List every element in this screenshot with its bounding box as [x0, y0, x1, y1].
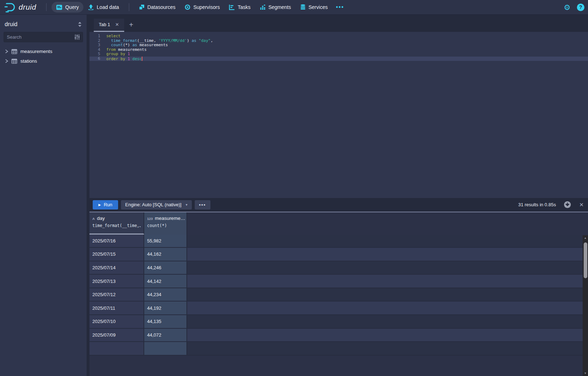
measurements-cell[interactable]: 44,135: [144, 315, 187, 328]
chevron-right-icon[interactable]: [5, 49, 8, 53]
nav-divider: [129, 3, 129, 11]
day-cell[interactable]: 2025/07/16: [89, 235, 144, 247]
table-row[interactable]: 2025/07/1655,982: [89, 235, 588, 248]
tab-label: Tab 1: [99, 22, 110, 27]
table-row[interactable]: 2025/07/1244,234: [89, 288, 588, 302]
day-cell[interactable]: 2025/07/14: [89, 261, 144, 274]
scroll-up-icon[interactable]: ▲: [584, 235, 587, 241]
day-cell[interactable]: 2025/07/09: [89, 329, 144, 342]
code-line: 4from measurements: [89, 48, 588, 52]
close-results-icon[interactable]: ✕: [579, 202, 584, 208]
table-row[interactable]: 2025/07/1044,135: [89, 315, 588, 329]
code-line: 6order by 1 desc: [89, 57, 588, 61]
day-cell[interactable]: 2025/07/15: [89, 248, 144, 261]
row-filler: [187, 315, 588, 328]
line-number: 6: [89, 57, 100, 61]
database-icon: [300, 4, 306, 10]
line-number: 5: [89, 52, 100, 57]
row-filler: [187, 288, 588, 301]
tab-close-icon[interactable]: ✕: [115, 22, 119, 27]
table-row[interactable]: 2025/07/1344,142: [89, 275, 588, 288]
day-cell[interactable]: 2025/07/12: [89, 288, 144, 301]
table-row[interactable]: [89, 342, 588, 356]
tree-item-stations[interactable]: stations: [4, 56, 83, 66]
row-filler: [187, 302, 588, 314]
console-icon: [56, 5, 62, 10]
code-lines: 1select2 time_format(__time, 'YYYY/MM/dd…: [89, 34, 588, 61]
schema-sidebar: druid: [0, 15, 87, 376]
row-filler: [187, 261, 588, 274]
day-cell[interactable]: 2025/07/13: [89, 275, 144, 288]
nav-item-label: Query: [65, 4, 79, 10]
scrollbar-track[interactable]: [583, 241, 588, 371]
nav-item-datasources[interactable]: Datasources: [134, 2, 180, 13]
day-cell[interactable]: 2025/07/11: [89, 302, 144, 314]
gear-icon[interactable]: ⚙: [564, 4, 570, 11]
new-tab-button[interactable]: +: [124, 19, 139, 32]
column-header-measurements[interactable]: 123 measureme… count(*): [144, 212, 187, 235]
table-name: measurements: [20, 49, 52, 54]
measurements-cell[interactable]: 44,162: [144, 248, 187, 261]
measurements-cell[interactable]: 44,192: [144, 302, 187, 314]
double-caret-icon: [78, 22, 82, 27]
druid-logo[interactable]: druid: [4, 2, 36, 13]
text-cursor: [142, 57, 142, 61]
schema-selector[interactable]: druid: [4, 19, 83, 32]
nav-item-label: Supervisors: [193, 4, 220, 10]
nav-item-services[interactable]: Services: [296, 2, 332, 13]
table-icon: [11, 59, 17, 64]
code-line: 3 count(*) as measurements: [89, 43, 588, 48]
download-icon[interactable]: [564, 201, 571, 208]
measurements-cell[interactable]: 55,982: [144, 235, 187, 247]
query-more-button[interactable]: •••: [195, 200, 210, 209]
engine-label: Engine: Auto [SQL (native)]: [125, 202, 181, 207]
stacked-chart-icon: [260, 4, 266, 10]
table-row[interactable]: 2025/07/1444,246: [89, 261, 588, 275]
top-nav: druid Query Load data Datasources Superv…: [0, 0, 588, 15]
measurements-cell[interactable]: 44,142: [144, 275, 187, 288]
help-icon[interactable]: ?: [577, 4, 584, 11]
line-number: 1: [89, 34, 100, 39]
results-scrollbar[interactable]: ▲ ▼: [583, 235, 588, 376]
datasources-icon: [139, 4, 145, 10]
sql-editor[interactable]: 1select2 time_format(__time, 'YYYY/MM/dd…: [89, 32, 588, 198]
filter-sliders-icon[interactable]: [74, 34, 80, 40]
table-name: stations: [20, 58, 37, 64]
scrollbar-thumb[interactable]: [584, 242, 587, 278]
row-filler: [187, 248, 588, 261]
nav-more-button[interactable]: •••: [332, 3, 348, 12]
tab-1[interactable]: Tab 1 ✕: [94, 19, 124, 32]
nav-item-supervisors[interactable]: Supervisors: [180, 2, 224, 13]
tab-bar: Tab 1 ✕ +: [89, 15, 588, 32]
day-cell[interactable]: 2025/07/10: [89, 315, 144, 328]
nav-item-query[interactable]: Query: [52, 2, 83, 13]
tree-item-measurements[interactable]: measurements: [4, 47, 83, 56]
nav-item-load-data[interactable]: Load data: [83, 2, 123, 13]
brand-name: druid: [19, 3, 36, 11]
table-row[interactable]: 2025/07/1544,162: [89, 248, 588, 261]
measurements-cell[interactable]: 44,246: [144, 261, 187, 274]
search-box: [4, 32, 83, 42]
engine-dropdown[interactable]: Engine: Auto [SQL (native)] ▾: [121, 200, 192, 209]
chevron-right-icon[interactable]: [5, 59, 8, 63]
search-input[interactable]: [7, 34, 74, 40]
nav-item-segments[interactable]: Segments: [255, 2, 296, 13]
column-header-day[interactable]: A day time_format(__time,…: [89, 212, 144, 235]
measurements-cell[interactable]: 44,072: [144, 329, 187, 342]
nav-item-tasks[interactable]: Tasks: [224, 2, 255, 13]
row-filler: [187, 275, 588, 288]
upload-icon: [88, 4, 94, 10]
results-summary: 31 results in 0.85s: [518, 202, 556, 207]
table-row[interactable]: 2025/07/1144,192: [89, 302, 588, 315]
run-button[interactable]: ▶ Run: [93, 200, 118, 209]
row-filler: [187, 235, 588, 247]
measurements-cell[interactable]: 44,234: [144, 288, 187, 301]
column-expression: count(*): [147, 223, 184, 228]
table-icon: [11, 49, 17, 54]
measurements-cell[interactable]: [144, 342, 187, 355]
run-bar: ▶ Run Engine: Auto [SQL (native)] ▾ ••• …: [89, 198, 588, 212]
day-cell[interactable]: [89, 342, 144, 355]
table-tree: measurements stations: [4, 47, 83, 66]
scroll-down-icon[interactable]: ▼: [584, 371, 587, 376]
table-row[interactable]: 2025/07/0944,072: [89, 329, 588, 342]
